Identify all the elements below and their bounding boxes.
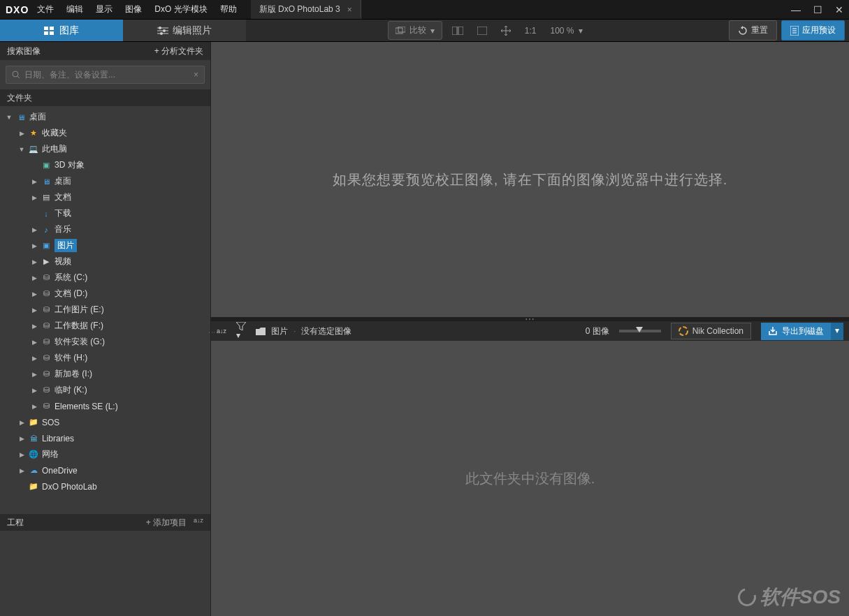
split-view-button[interactable] [448,24,467,38]
tree-item-label: Libraries [42,434,74,443]
svg-rect-11 [398,27,405,32]
tree-item[interactable]: ▼💻此电脑 [0,141,210,157]
tree-item[interactable]: ▶▣3D 对象 [0,157,210,173]
chevron-right-icon[interactable]: ▶ [31,242,38,249]
filter-button[interactable]: ▾ [236,322,246,340]
sort-projects-button[interactable]: a↓z [194,517,203,529]
chevron-right-icon[interactable]: ▶ [31,323,38,330]
chevron-right-icon[interactable]: ▶ [31,307,38,314]
monitor-icon: 🖥 [15,112,27,122]
tree-item[interactable]: ▶🏛Libraries [0,430,210,446]
horizontal-splitter[interactable] [211,317,849,321]
tree-item-label: 收藏夹 [42,127,67,139]
reset-icon [738,26,748,36]
tree-item[interactable]: ▶⛁工作图片 (E:) [0,302,210,318]
tree-item[interactable]: ▶★收藏夹 [0,125,210,141]
menu-item[interactable]: 图像 [125,3,142,15]
viewer: ⋮ 如果您想要预览校正图像, 请在下面的图像浏览器中进行选择. a↓z ▾ 图片… [211,42,849,616]
move-button[interactable] [497,23,515,38]
chevron-right-icon[interactable]: ▶ [18,451,25,458]
tree-item[interactable]: ▶📁SOS [0,414,210,430]
chevron-right-icon[interactable]: ▶ [31,291,38,298]
close-button[interactable]: ✕ [835,4,843,15]
tree-item[interactable]: ▶🌐网络 [0,446,210,462]
menu-item[interactable]: 编辑 [66,3,83,15]
thumbnail-size-slider[interactable] [619,330,661,332]
document-tab[interactable]: 新版 DxO PhotoLab 3 × [251,0,361,19]
tree-item-label: OneDrive [42,466,78,476]
tree-item[interactable]: ▶▤文档 [0,189,210,205]
tree-item[interactable]: ▶⛁Elements SE (L:) [0,398,210,414]
compare-button[interactable]: 比较 ▾ [388,21,442,40]
chevron-right-icon[interactable]: ▶ [18,435,25,442]
menu-item[interactable]: DxO 光学模块 [154,3,207,15]
search-input[interactable]: 日期、备注、设备设置... × [6,66,205,84]
tree-item[interactable]: ▶⛁文档 (D:) [0,286,210,302]
sort-button[interactable]: a↓z [217,328,226,335]
tree-item-label: 文档 [55,191,71,203]
analyze-folder-link[interactable]: + 分析文件夹 [154,45,203,57]
library-mode-button[interactable]: 图库 [0,20,123,41]
tree-item[interactable]: ▶⛁新加卷 (I:) [0,366,210,382]
drive-icon: ⛁ [41,402,52,411]
folder-icon [256,328,266,335]
clear-search-icon[interactable]: × [194,70,198,80]
maximize-button[interactable]: ☐ [813,4,822,15]
chevron-right-icon[interactable]: ▶ [31,387,38,394]
minimize-button[interactable]: — [791,4,801,15]
tree-item[interactable]: ▼🖥桌面 [0,109,210,125]
tree-item[interactable]: ▶⛁工作数据 (F:) [0,318,210,334]
tree-item[interactable]: ▶⛁软件 (H:) [0,350,210,366]
edit-mode-button[interactable]: 编辑照片 [123,20,246,41]
export-dropdown[interactable]: ▾ [831,323,843,340]
chevron-down-icon[interactable]: ▼ [6,114,13,121]
ratio-label[interactable]: 1:1 [521,23,541,38]
chevron-right-icon[interactable]: ▶ [31,371,38,378]
chevron-right-icon[interactable]: ▶ [31,226,38,233]
chevron-right-icon[interactable]: ▶ [31,403,38,410]
chevron-right-icon[interactable]: ▶ [31,178,38,185]
preview-area: 如果您想要预览校正图像, 请在下面的图像浏览器中进行选择. [211,42,849,317]
tree-item[interactable]: ▶⛁系统 (C:) [0,270,210,286]
tree-item[interactable]: ▶☁OneDrive [0,462,210,478]
chevron-right-icon[interactable]: ▶ [18,130,25,137]
chevron-right-icon[interactable]: ▶ [31,194,38,201]
menu-item[interactable]: 显示 [96,3,113,15]
nik-collection-button[interactable]: Nik Collection [671,323,751,339]
tree-item[interactable]: ▶▶视频 [0,254,210,270]
breadcrumb-folder[interactable]: 图片 [271,325,288,337]
tree-item[interactable]: ▶⛁软件安装 (G:) [0,334,210,350]
add-project-link[interactable]: + 添加项目 [146,517,187,529]
tree-item[interactable]: ▶📁DxO PhotoLab [0,478,210,494]
tree-item[interactable]: ▶↓下载 [0,205,210,221]
tree-item[interactable]: ▶♪音乐 [0,221,210,237]
menubar: DXO 文件编辑显示图像DxO 光学模块帮助 新版 DxO PhotoLab 3… [0,0,849,20]
chevron-down-icon[interactable]: ▼ [18,146,25,153]
tree-item-label: 此电脑 [42,143,67,155]
export-button[interactable]: 导出到磁盘 [761,323,831,340]
vertical-splitter[interactable]: ⋮ [208,329,216,336]
chevron-right-icon[interactable]: ▶ [31,355,38,362]
tree-item-label: 文档 (D:) [55,288,87,300]
close-icon[interactable]: × [347,5,352,15]
export-icon [768,327,778,335]
tree-item-label: 桌面 [29,111,46,123]
chevron-right-icon[interactable]: ▶ [31,274,38,281]
zoom-dropdown[interactable]: 100 % ▾ [546,23,587,38]
reset-button[interactable]: 重置 [729,20,777,41]
chevron-right-icon[interactable]: ▶ [31,339,38,346]
tree-item[interactable]: ▶⛁临时 (K:) [0,382,210,398]
tree-item-label: 3D 对象 [55,159,85,171]
tree-item[interactable]: ▶▣图片 [0,237,210,254]
chevron-right-icon[interactable]: ▶ [18,419,25,426]
fit-button[interactable] [473,24,491,38]
window-controls: — ☐ ✕ [791,4,843,15]
chevron-down-icon: ▾ [430,26,435,36]
menu-item[interactable]: 帮助 [220,3,237,15]
browser-empty-message: 此文件夹中没有图像. [465,469,595,488]
chevron-right-icon[interactable]: ▶ [18,467,25,474]
chevron-right-icon[interactable]: ▶ [31,258,38,265]
tree-item[interactable]: ▶🖥桌面 [0,173,210,189]
menu-item[interactable]: 文件 [37,3,54,15]
apply-preset-button[interactable]: 应用预设 [781,20,845,41]
